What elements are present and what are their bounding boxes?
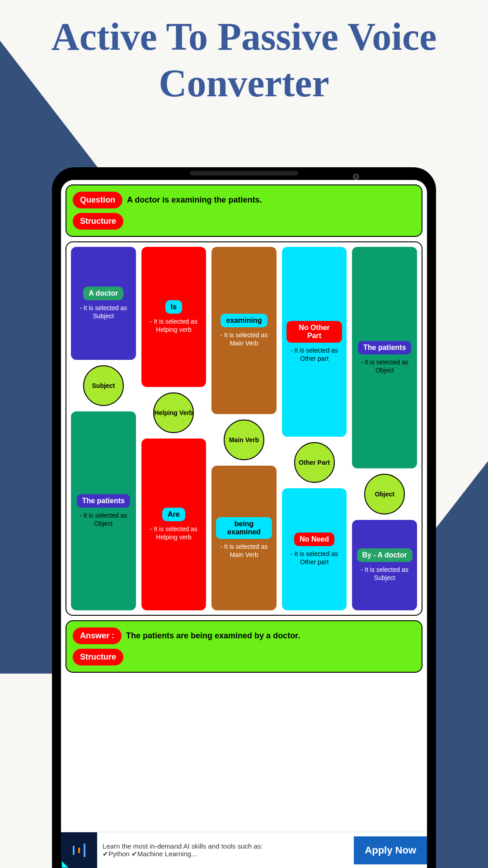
answer-label: Answer : [73, 627, 122, 644]
grid-column: Is- It is selected as Helping verbHelpin… [141, 247, 206, 610]
word-desc: - It is selected as Other part [286, 550, 343, 566]
phone-camera [353, 174, 359, 180]
word-box-top[interactable]: No Other Part- It is selected as Other p… [282, 247, 347, 437]
phone-mockup: Question A doctor is examining the patie… [52, 167, 436, 868]
question-text: A doctor is examining the patients. [127, 195, 262, 205]
word-box-bottom[interactable]: No Need- It is selected as Other part [282, 488, 347, 610]
apply-now-button[interactable]: Apply Now [354, 836, 427, 864]
word-box-bottom[interactable]: Are- It is selected as Helping verb [141, 439, 206, 610]
phone-notch [190, 171, 298, 175]
word-label: A doctor [83, 287, 123, 300]
word-box-bottom[interactable]: By - A doctor- It is selected as Subject [352, 520, 417, 610]
word-box-top[interactable]: examining- It is selected as Main Verb [211, 247, 277, 414]
word-label: Is [165, 300, 182, 314]
structure-label[interactable]: Structure [73, 213, 123, 230]
ad-icon [61, 832, 97, 868]
word-box-bottom[interactable]: being examined- It is selected as Main V… [211, 466, 277, 610]
grid-column: The patients- It is selected as ObjectOb… [352, 247, 417, 610]
word-box-top[interactable]: The patients- It is selected as Object [352, 247, 417, 468]
word-label: being examined [216, 517, 272, 539]
word-box-bottom[interactable]: The patients- It is selected as Object [71, 411, 136, 610]
word-desc: - It is selected as Object [357, 358, 413, 374]
word-desc: - It is selected as Main Verb [216, 542, 272, 559]
word-label: The patients [358, 341, 411, 354]
word-label: By - A doctor [357, 548, 413, 562]
word-desc: - It is selected as Other part [286, 346, 343, 363]
answer-text: The patients are being examined by a doc… [126, 631, 300, 641]
word-label: No Need [294, 533, 334, 546]
ad-text: Learn the most in-demand AI skills and t… [97, 842, 354, 858]
word-label: No Other Part [286, 321, 343, 343]
role-circle: Other Part [294, 442, 335, 483]
word-desc: - It is selected as Main Verb [216, 331, 272, 347]
word-label: The patients [77, 494, 130, 508]
page-title: Active To Passive Voice Converter [0, 0, 488, 111]
word-label: Are [162, 508, 185, 521]
question-label: Question [73, 192, 122, 208]
role-circle: Object [364, 474, 405, 514]
word-desc: - It is selected as Object [75, 511, 131, 528]
grid-column: examining- It is selected as Main VerbMa… [211, 247, 277, 610]
app-screen: Question A doctor is examining the patie… [61, 180, 427, 868]
word-box-top[interactable]: Is- It is selected as Helping verb [141, 247, 206, 387]
word-box-top[interactable]: A doctor- It is selected as Subject [71, 247, 136, 360]
word-label: examining [221, 314, 267, 327]
role-circle: Helping Verb [153, 392, 194, 433]
ad-banner[interactable]: Learn the most in-demand AI skills and t… [61, 832, 427, 868]
word-desc: - It is selected as Helping verb [146, 525, 202, 541]
grid-column: A doctor- It is selected as SubjectSubje… [71, 247, 136, 610]
structure-grid: A doctor- It is selected as SubjectSubje… [66, 241, 422, 616]
word-desc: - It is selected as Subject [75, 304, 131, 320]
role-circle: Subject [83, 365, 124, 406]
word-desc: - It is selected as Helping verb [146, 317, 202, 334]
question-panel: Question A doctor is examining the patie… [66, 184, 422, 237]
answer-panel: Answer : The patients are being examined… [66, 620, 422, 673]
word-desc: - It is selected as Subject [357, 566, 413, 582]
role-circle: Main Verb [224, 420, 264, 460]
answer-structure-label[interactable]: Structure [73, 649, 123, 665]
grid-column: No Other Part- It is selected as Other p… [282, 247, 347, 610]
